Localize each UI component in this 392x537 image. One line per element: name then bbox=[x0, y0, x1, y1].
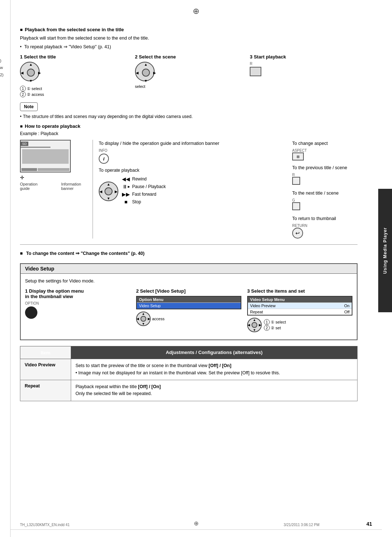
ff-icon: ▶▶ bbox=[122, 191, 130, 197]
op-guide-label-1: Operation guide bbox=[20, 182, 46, 191]
ff-row: ▶▶ Fast forward bbox=[122, 191, 166, 197]
step1: 1 Select the title ▲ ▼ ◀ ▶ 1 ① select 2 … bbox=[20, 54, 128, 97]
vs-step2: 2 Select [Video Setup] Option Menu Video… bbox=[136, 288, 241, 326]
playback-labels: ◀◀ Rewind ⏸▶ Pause / Playback ▶▶ Fast fo… bbox=[122, 176, 166, 207]
vs-menu-item-2: Repeat Off bbox=[248, 309, 352, 315]
vs-step2-label: 2 Select [Video Setup] bbox=[136, 288, 241, 294]
section1-body: Playback will start from the selected sc… bbox=[20, 34, 358, 42]
aspect-label: ASPECT bbox=[292, 149, 358, 152]
option-btn bbox=[25, 306, 37, 319]
step1-subs: 1 ① select 2 ② access bbox=[20, 86, 44, 97]
config-table: Item Adjustments / Configurations (alter… bbox=[20, 346, 358, 401]
section1-heading: Playback from the selected scene in the … bbox=[20, 27, 358, 32]
note-label: Note bbox=[20, 102, 38, 111]
table-row-1: Video Preview Sets to start the preview … bbox=[20, 359, 358, 380]
vs-step2-joystick-area: ▲ ▼ ◀ ▶ access bbox=[136, 312, 241, 326]
screen-mockup: SD bbox=[20, 140, 71, 172]
video-setup-body: Setup the settings for Video mode. 1 Dis… bbox=[21, 274, 357, 339]
change-aspect: To change aspect ASPECT ⊞ bbox=[292, 140, 358, 160]
footer-compass: ⊕ bbox=[194, 520, 199, 527]
return-btn: ↩ bbox=[292, 228, 303, 239]
step2-label: 2 Select the scene bbox=[135, 54, 243, 60]
return-thumbnail: To return to thumbnail RETURN ↩ bbox=[292, 215, 358, 239]
pause-row: ⏸▶ Pause / Playback bbox=[122, 184, 166, 190]
footer-date: 3/21/2011 3:06:12 PM bbox=[284, 523, 319, 527]
op-guide-labels: Operation guide Information banner bbox=[20, 182, 93, 191]
vs-menu-item-1: Video Preview On bbox=[248, 302, 352, 309]
side-tab-label: Using Media Player bbox=[383, 227, 388, 274]
step3-play-btn bbox=[250, 67, 261, 76]
table-col2-header: Adjustments / Configurations (alternativ… bbox=[71, 346, 358, 359]
steps-row-1: 1 Select the title ▲ ▼ ◀ ▶ 1 ① select 2 … bbox=[20, 54, 358, 97]
prev-btn bbox=[292, 177, 300, 185]
left-marker-2: w bbox=[0, 65, 9, 70]
display-hide-text: To display / hide the operation guide an… bbox=[99, 140, 292, 147]
playback-joystick: ▲ ▼ ◀ ▶ bbox=[99, 182, 118, 201]
vs-step1: 1 Display the option menu in the thumbna… bbox=[25, 288, 130, 320]
note-text: The structure of titles and scenes may v… bbox=[20, 113, 358, 120]
change-aspect-text: To change aspect bbox=[292, 140, 358, 147]
vs-menu-header: Video Setup Menu bbox=[248, 297, 352, 302]
vs-menu-box: Video Setup Menu Video Preview On Repeat… bbox=[247, 296, 352, 316]
vs-step3-joystick-area: ▲ ▼ ◀ ▶ 1 ① select 2 ② set bbox=[247, 318, 352, 332]
main-content: Playback from the selected scene in the … bbox=[20, 27, 372, 401]
option-menu-item-1: Video Setup bbox=[137, 302, 241, 309]
step3-btn-label: R bbox=[250, 62, 358, 66]
vs-step1-label: 1 Display the option menu in the thumbna… bbox=[25, 288, 130, 299]
vs-step3-joystick: ▲ ▼ ◀ ▶ bbox=[247, 318, 262, 332]
step3: 3 Start playback R bbox=[250, 54, 358, 77]
option-menu-box: Option Menu Video Setup bbox=[136, 296, 241, 309]
next-title: To the next title / scene G bbox=[292, 190, 358, 211]
vs-steps-row: 1 Display the option menu in the thumbna… bbox=[25, 288, 352, 332]
left-margin-line bbox=[10, 0, 11, 537]
section3-link: To change the content ⇒ "Change the cont… bbox=[20, 251, 358, 256]
table-row2-desc: Playback repeat within the title [Off] /… bbox=[71, 380, 358, 401]
vs-step3: 3 Select the items and set Video Setup M… bbox=[247, 288, 352, 332]
vs-option-label: OPTION bbox=[25, 301, 130, 305]
vs-step3-labels: 1 ① select 2 ② set bbox=[264, 319, 286, 331]
note-box: Note The structure of titles and scenes … bbox=[20, 102, 358, 120]
left-marker-1: ) bbox=[0, 58, 9, 64]
pause-icon: ⏸▶ bbox=[122, 184, 130, 190]
bottom-margin-line bbox=[10, 529, 382, 530]
rewind-icon: ◀◀ bbox=[122, 176, 130, 182]
vs-joystick: ▲ ▼ ◀ ▶ bbox=[136, 312, 151, 326]
section1-arrow: To repeat playback ⇒ "Video Setup" (p. 4… bbox=[20, 43, 358, 50]
next-btn bbox=[292, 202, 300, 210]
footer-file: TH_L32U30KMTX_EN.indd 41 bbox=[20, 523, 70, 527]
next-title-text: To the next title / scene bbox=[292, 190, 358, 197]
side-tab: Using Media Player bbox=[378, 189, 392, 312]
vs-step3-label: 3 Select the items and set bbox=[247, 288, 352, 294]
return-label: RETURN bbox=[292, 224, 358, 228]
video-setup-header: Video Setup bbox=[21, 264, 357, 274]
step2-sub: select bbox=[135, 84, 243, 89]
compass-top: ⊕ bbox=[0, 0, 392, 16]
table-row1-item: Video Preview bbox=[20, 359, 71, 380]
diagram-left: SD ✛ bbox=[20, 140, 93, 239]
table-row1-desc: Sets to start the preview of the title o… bbox=[71, 359, 358, 380]
prev-title-text: To the previous title / scene bbox=[292, 164, 358, 171]
crosshair-pointer: ✛ bbox=[20, 175, 93, 180]
left-markers: ) w 2) bbox=[0, 0, 9, 78]
aspect-btn: ⊞ bbox=[292, 152, 304, 160]
divider-1 bbox=[20, 244, 358, 245]
table-row-2: Repeat Playback repeat within the title … bbox=[20, 380, 358, 401]
step1-label: 1 Select the title bbox=[20, 54, 128, 60]
stop-icon: ■ bbox=[122, 199, 130, 205]
table-row2-item: Repeat bbox=[20, 380, 71, 401]
screen-sd-label: SD bbox=[21, 142, 28, 146]
section2-example: Example : Playback bbox=[20, 131, 358, 136]
prev-title: To the previous title / scene R bbox=[292, 164, 358, 186]
diagram-center: To display / hide the operation guide an… bbox=[93, 140, 292, 239]
table-col1-header: Item bbox=[20, 346, 71, 359]
screen-area: SD ✛ bbox=[20, 140, 93, 180]
step2: 2 Select the scene ▲ ▼ ◀ ▶ select bbox=[135, 54, 243, 89]
stop-row: ■ Stop bbox=[122, 199, 166, 205]
return-thumbnail-text: To return to thumbnail bbox=[292, 215, 358, 222]
info-label: INFO bbox=[99, 149, 292, 152]
next-btn-label: G bbox=[292, 198, 358, 202]
step1-joystick: ▲ ▼ ◀ ▶ bbox=[20, 62, 42, 84]
playback-controls-area: ▲ ▼ ◀ ▶ ◀◀ Rewind ⏸▶ Pa bbox=[99, 176, 292, 207]
section2-heading: How to operate playback bbox=[20, 123, 358, 129]
vs-body-text: Setup the settings for Video mode. bbox=[25, 277, 352, 285]
